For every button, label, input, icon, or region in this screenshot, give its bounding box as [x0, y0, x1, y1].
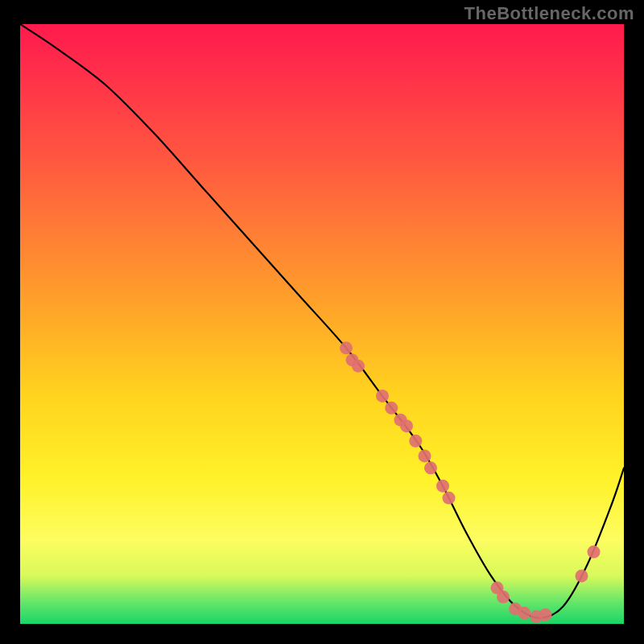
curve-svg: [20, 24, 624, 624]
data-point: [576, 569, 588, 582]
data-point: [436, 480, 449, 493]
data-points: [340, 341, 601, 623]
data-point: [443, 492, 456, 505]
data-point: [352, 360, 365, 373]
data-point: [340, 341, 353, 354]
data-point: [518, 607, 530, 620]
data-point: [539, 609, 552, 621]
data-point: [497, 590, 510, 603]
bottleneck-curve: [20, 24, 624, 618]
watermark-text: TheBottleneck.com: [464, 3, 634, 24]
data-point: [424, 461, 437, 474]
data-point: [376, 390, 389, 402]
data-point: [419, 449, 431, 462]
data-point: [385, 402, 398, 415]
data-point: [409, 435, 422, 448]
data-point: [588, 546, 601, 559]
plot-area: [20, 24, 624, 624]
chart-stage: TheBottleneck.com: [0, 0, 644, 644]
data-point: [400, 419, 413, 432]
